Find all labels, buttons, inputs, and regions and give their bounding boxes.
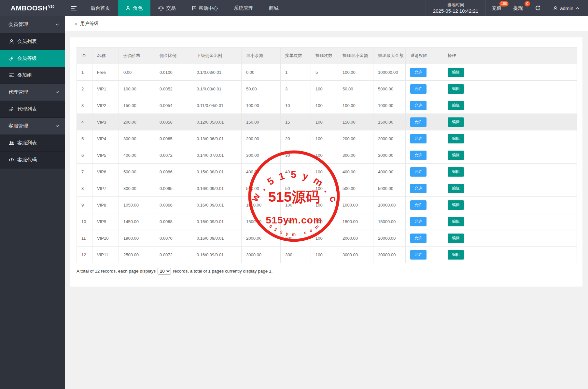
table-row: 12 VIP11 2500.00 0.0072 0.16/0.09/0.01 3… <box>77 247 577 263</box>
users-icon <box>8 141 14 145</box>
allow-button[interactable]: 允许 <box>410 167 427 177</box>
col-sub-ratio: 下级佣金比例 <box>192 47 242 64</box>
chevron-up-icon <box>576 7 580 10</box>
app-logo-version: V10 <box>48 5 54 8</box>
edit-button[interactable]: 编辑 <box>448 84 464 94</box>
scales-icon <box>158 6 164 11</box>
sidebar-item-support-list[interactable]: 客服列表 <box>0 135 65 152</box>
app-logo: AMBOOSHV10 <box>0 0 65 16</box>
col-ratio: 佣金比例 <box>155 47 192 64</box>
allow-button[interactable]: 允许 <box>410 68 427 77</box>
edit-button[interactable]: 编辑 <box>448 101 464 110</box>
table-row: 9 VIP8 1050.00 0.0066 0.16/0.09/0.01 100… <box>77 197 577 213</box>
allow-button[interactable]: 允许 <box>410 151 427 160</box>
edit-button[interactable]: 编辑 <box>448 68 464 77</box>
table-row: 2 VIP1 100.00 0.0052 0.1/0.03/0.01 50.00… <box>77 81 577 97</box>
allow-button[interactable]: 允许 <box>410 101 427 110</box>
sidebar-group-support-management[interactable]: 客服管理 <box>0 118 65 135</box>
navbar-spacer <box>287 0 426 16</box>
user-icon <box>126 6 131 11</box>
recharge-button[interactable]: 充值 186 <box>486 0 507 16</box>
sidebar-item-support-code[interactable]: 客服代码 <box>0 152 65 168</box>
table-row: 3 VIP2 150.00 0.0054 0.11/0.04/0.01 100.… <box>77 97 577 114</box>
edit-button[interactable]: 编辑 <box>448 184 464 193</box>
allow-button[interactable]: 允许 <box>410 84 427 94</box>
col-withdraw-min: 提现最小金额 <box>338 47 373 64</box>
col-withdraw-times: 提现次数 <box>311 47 338 64</box>
sidebar: 会员管理 会员列表 会员等级 叠加组 代理管理 代理列表 客服管理 客服列表 客… <box>0 16 65 389</box>
allow-button[interactable]: 允许 <box>410 134 427 143</box>
allow-button[interactable]: 允许 <box>410 250 427 260</box>
top-navbar: AMBOOSHV10 后台首页 角色 交易 帮助中心 系统管理 商城 当地时间 … <box>0 0 588 16</box>
link-icon <box>8 107 14 112</box>
col-invite: 邀请权限 <box>406 47 443 64</box>
table-row: 6 VIP5 400.00 0.0072 0.14/0.07/0.01 300.… <box>77 147 577 164</box>
nav-item-dashboard[interactable]: 后台首页 <box>83 0 118 16</box>
allow-button[interactable]: 允许 <box>410 117 427 127</box>
nav-item-system[interactable]: 系统管理 <box>226 0 261 16</box>
local-time-value: 2025-05-12 10:42:21 <box>433 8 478 14</box>
admin-user-icon <box>553 6 558 11</box>
col-id: ID <box>77 47 92 64</box>
table-row: 11 VIP10 1900.00 0.0070 0.16/0.09/0.01 2… <box>77 230 577 247</box>
edit-button[interactable]: 编辑 <box>448 151 464 160</box>
flag-icon <box>191 6 196 11</box>
col-filler <box>468 47 577 64</box>
admin-name: admin <box>560 6 573 11</box>
local-time-label: 当地时间 <box>447 2 464 8</box>
allow-button[interactable]: 允许 <box>410 200 427 210</box>
allow-button[interactable]: 允许 <box>410 184 427 193</box>
edit-button[interactable]: 编辑 <box>448 200 464 210</box>
withdraw-button[interactable]: 提现 0 <box>507 0 529 16</box>
content-area: ID 名称 会员价格 佣金比例 下级佣金比例 最小余额 接单次数 提现次数 提现… <box>65 31 588 389</box>
table-row: 5 VIP4 300.00 0.0065 0.13/0.06/0.01 200.… <box>77 130 577 147</box>
table-row: 8 VIP7 800.00 0.0095 0.16/0.09/0.01 500.… <box>77 180 577 197</box>
col-min-balance: 最小余额 <box>242 47 281 64</box>
table-row: 4 VIP3 200.00 0.0056 0.12/0.05/0.01 150.… <box>77 114 577 130</box>
chevron-down-icon <box>55 91 59 94</box>
sidebar-group-agent-management[interactable]: 代理管理 <box>0 84 65 101</box>
code-icon <box>8 158 14 162</box>
user-icon <box>8 39 14 44</box>
col-withdraw-max: 提现最大金额 <box>373 47 406 64</box>
refresh-button[interactable] <box>529 0 547 16</box>
nav-item-trade[interactable]: 交易 <box>150 0 184 16</box>
sidebar-item-stack-group[interactable]: 叠加组 <box>0 67 65 84</box>
sidebar-item-agent-list[interactable]: 代理列表 <box>0 101 65 118</box>
user-level-table: ID 名称 会员价格 佣金比例 下级佣金比例 最小余额 接单次数 提现次数 提现… <box>77 47 577 263</box>
pagination-prefix: A total of 12 records, each page display… <box>77 269 156 274</box>
col-action: 操作 <box>443 47 468 64</box>
col-name: 名称 <box>92 47 119 64</box>
refresh-icon <box>535 5 541 11</box>
table-body: 1 Free 0.00 0.0100 0.1/0.03/0.01 0.00 1 … <box>77 64 577 263</box>
allow-button[interactable]: 允许 <box>410 234 427 243</box>
table-header-row: ID 名称 会员价格 佣金比例 下级佣金比例 最小余额 接单次数 提现次数 提现… <box>77 47 577 64</box>
page-title: 用户等级 <box>80 21 98 27</box>
app-logo-text: AMBOOSHV10 <box>11 4 54 12</box>
table-row: 7 VIP6 500.00 0.0086 0.15/0.08/0.01 400.… <box>77 164 577 180</box>
edit-button[interactable]: 编辑 <box>448 117 464 127</box>
allow-button[interactable]: 允许 <box>410 217 427 226</box>
edit-button[interactable]: 编辑 <box>448 217 464 226</box>
hamburger-icon <box>71 6 77 11</box>
edit-button[interactable]: 编辑 <box>448 134 464 143</box>
table-row: 1 Free 0.00 0.0100 0.1/0.03/0.01 0.00 1 … <box>77 64 577 81</box>
pagination-bar: A total of 12 records, each page display… <box>77 268 577 275</box>
edit-button[interactable]: 编辑 <box>448 167 464 177</box>
sidebar-item-member-list[interactable]: 会员列表 <box>0 33 65 50</box>
chevron-down-icon <box>55 125 59 127</box>
main-area: » 用户等级 ID 名称 会员价格 佣金比例 下级佣金比例 最小余额 <box>65 16 588 389</box>
nav-item-help-center[interactable]: 帮助中心 <box>184 0 226 16</box>
menu-toggle-button[interactable] <box>65 0 83 16</box>
breadcrumb: » 用户等级 <box>65 16 588 31</box>
sidebar-group-member-management[interactable]: 会员管理 <box>0 16 65 33</box>
edit-button[interactable]: 编辑 <box>448 250 464 260</box>
withdraw-badge: 0 <box>525 1 530 7</box>
nav-item-mall[interactable]: 商城 <box>261 0 287 16</box>
link-icon <box>8 56 14 61</box>
admin-menu[interactable]: admin <box>547 0 588 16</box>
sidebar-item-member-level[interactable]: 会员等级 <box>0 50 65 67</box>
page-size-select[interactable]: 20 <box>158 268 171 275</box>
edit-button[interactable]: 编辑 <box>448 234 464 243</box>
nav-item-roles[interactable]: 角色 <box>118 0 150 16</box>
